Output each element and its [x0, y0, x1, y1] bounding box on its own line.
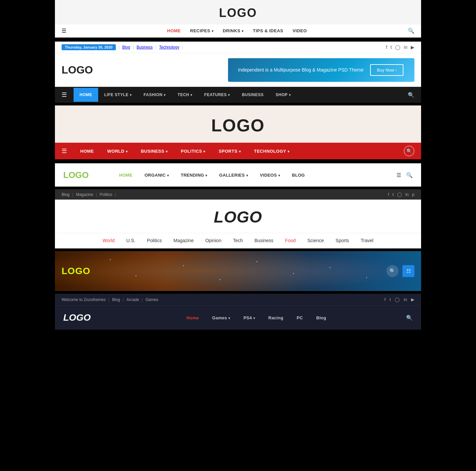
- star-decoration: [256, 261, 257, 262]
- section1-logo: LOGO: [55, 0, 421, 24]
- instagram-icon-s7[interactable]: ◯: [395, 297, 400, 302]
- s3-nav-politics[interactable]: POLITICS ▾: [174, 144, 212, 158]
- star-decoration: [366, 277, 367, 278]
- section7-topbar: Welcome to Zozothemes | Blog | Arcade | …: [55, 294, 421, 306]
- s2-nav-home[interactable]: HOME: [74, 88, 98, 102]
- breadcrumb-business[interactable]: Business: [136, 45, 153, 50]
- linkedin-icon[interactable]: in: [404, 45, 407, 50]
- s4-nav-galleries[interactable]: GALLERIES ▾: [213, 170, 254, 180]
- section4-nav: HOME ORGANIC ▾ TRENDING ▾ GALLERIES ▾ VI…: [113, 170, 311, 180]
- s4-nav-blog[interactable]: BLOG: [286, 170, 311, 180]
- section4-logo: LOGO: [63, 170, 103, 180]
- section7-logo: LOGO: [63, 312, 107, 323]
- pinterest-icon-s5[interactable]: p: [412, 192, 414, 197]
- s3-nav-technology[interactable]: TECHNOLOGY ▾: [247, 144, 296, 158]
- section3-header: LOGO ☰ HOME WORLD ▾ BUSINESS ▾ POLITICS …: [55, 105, 421, 159]
- section2-nav-links: HOME LIFE STYLE ▾ FASHION ▾ TECH ▾ FEATU…: [74, 88, 297, 102]
- breadcrumb-blog[interactable]: Blog: [122, 45, 130, 50]
- section2-breadcrumb: Thursday, January 30, 2020 | Blog | Busi…: [62, 44, 183, 50]
- twitter-icon[interactable]: t: [390, 45, 392, 50]
- section5-breadcrumb: Blog | Magazine | Politics |: [62, 192, 116, 197]
- youtube-icon-s7[interactable]: ▶: [411, 297, 414, 302]
- search-button-s6[interactable]: 🔍: [386, 265, 398, 277]
- star-decoration: [110, 259, 111, 260]
- nav-tips-ideas[interactable]: TIPS & IDEAS: [253, 28, 283, 33]
- s5-nav-us[interactable]: U.S.: [126, 238, 135, 243]
- twitter-icon-s7[interactable]: t: [389, 297, 391, 302]
- nav-home[interactable]: HOME: [167, 28, 181, 33]
- s5-nav-travel[interactable]: Travel: [361, 238, 373, 243]
- s3-nav-world[interactable]: WORLD ▾: [101, 144, 134, 158]
- hamburger-icon-s4[interactable]: ☰: [396, 172, 401, 178]
- s2-nav-tech[interactable]: TECH ▾: [172, 88, 198, 102]
- bc-arcade[interactable]: Arcade: [126, 297, 139, 302]
- s2-nav-shop[interactable]: SHOP ▾: [270, 88, 297, 102]
- buy-now-button[interactable]: Buy Now ›: [370, 64, 403, 76]
- search-icon-s3[interactable]: 🔍: [404, 146, 414, 156]
- s3-nav-sports[interactable]: SPORTS ▾: [212, 144, 247, 158]
- bc-games[interactable]: Games: [145, 297, 158, 302]
- s5-nav-sports[interactable]: Sports: [336, 238, 349, 243]
- s7-nav-ps4[interactable]: PS4 ▾: [237, 313, 262, 323]
- section4-header: LOGO HOME ORGANIC ▾ TRENDING ▾ GALLERIES…: [55, 162, 421, 187]
- s7-nav-home[interactable]: Home: [180, 313, 205, 323]
- section2-main: LOGO Independent is a Multipurpose Blog …: [55, 53, 421, 87]
- instagram-icon-s5[interactable]: ◯: [397, 192, 402, 197]
- facebook-icon-s7[interactable]: f: [384, 297, 386, 302]
- twitter-icon-s5[interactable]: t: [392, 192, 394, 197]
- s4-nav-organic[interactable]: ORGANIC ▾: [138, 170, 175, 180]
- s5-nav-science[interactable]: Science: [307, 238, 324, 243]
- s4-nav-videos[interactable]: VIDEOS ▾: [254, 170, 286, 180]
- linkedin-icon-s5[interactable]: in: [405, 192, 409, 197]
- breadcrumb-technology[interactable]: Technology: [159, 45, 179, 50]
- s3-nav-business[interactable]: BUSINESS ▾: [134, 144, 174, 158]
- bc-blog[interactable]: Blog: [62, 192, 70, 197]
- search-icon-s4[interactable]: 🔍: [406, 172, 413, 178]
- s7-nav-blog[interactable]: Blog: [310, 313, 333, 323]
- s5-nav-world[interactable]: World: [103, 238, 115, 243]
- bc-blog[interactable]: Blog: [112, 297, 120, 302]
- hamburger-icon-s2[interactable]: ☰: [62, 91, 67, 98]
- bc-magazine[interactable]: Magazine: [76, 192, 93, 197]
- bc-politics[interactable]: Politics: [100, 192, 112, 197]
- s5-nav-politics[interactable]: Politics: [147, 238, 162, 243]
- s5-nav-tech[interactable]: Tech: [233, 238, 243, 243]
- facebook-icon-s5[interactable]: f: [388, 192, 389, 197]
- s7-nav-games[interactable]: Games ▾: [205, 313, 237, 323]
- s7-nav-racing[interactable]: Racing: [262, 313, 290, 323]
- hamburger-icon[interactable]: ☰: [62, 28, 66, 34]
- search-icon-s2[interactable]: 🔍: [408, 92, 414, 98]
- search-icon-s7[interactable]: 🔍: [406, 315, 413, 321]
- s5-nav-opinion[interactable]: Opinion: [205, 238, 221, 243]
- section2-header: Thursday, January 30, 2020 | Blog | Busi…: [55, 40, 421, 103]
- s5-nav-magazine[interactable]: Magazine: [173, 238, 194, 243]
- s2-nav-features[interactable]: FEATURES ▾: [198, 88, 236, 102]
- grid-button-s6[interactable]: ☷: [402, 265, 414, 277]
- section6-hero: LOGO 🔍 ☷: [55, 251, 421, 291]
- nav-drinks[interactable]: DRINKS ▾: [223, 28, 243, 33]
- s2-nav-lifestyle[interactable]: LIFE STYLE ▾: [98, 88, 137, 102]
- instagram-icon[interactable]: ◯: [395, 45, 400, 50]
- s4-nav-trending[interactable]: TRENDING ▾: [175, 170, 213, 180]
- nav-video[interactable]: VIDEO: [293, 28, 307, 33]
- youtube-icon[interactable]: ▶: [411, 45, 414, 50]
- nav-recipes[interactable]: RECIPES ▾: [190, 28, 213, 33]
- s2-nav-business[interactable]: BUSINESS: [236, 88, 270, 102]
- search-icon[interactable]: 🔍: [408, 28, 414, 34]
- section4-inner: LOGO HOME ORGANIC ▾ TRENDING ▾ GALLERIES…: [55, 163, 421, 187]
- star-decoration: [220, 279, 221, 280]
- banner-text: Independent is a Multipurpose Blog & Mag…: [238, 67, 363, 74]
- s3-nav-home[interactable]: HOME: [74, 144, 101, 158]
- section1-header: LOGO ☰ HOME RECIPES ▾ DRINKS ▾ TIPS & ID…: [55, 0, 421, 38]
- s2-nav-fashion[interactable]: FASHION ▾: [137, 88, 171, 102]
- hamburger-icon-s3[interactable]: ☰: [62, 147, 67, 155]
- facebook-icon[interactable]: f: [386, 45, 387, 50]
- section1-nav-links: HOME RECIPES ▾ DRINKS ▾ TIPS & IDEAS VID…: [167, 28, 307, 33]
- linkedin-icon-s7[interactable]: in: [404, 297, 407, 302]
- bc-welcome[interactable]: Welcome to Zozothemes: [62, 297, 106, 302]
- s5-nav-food[interactable]: Food: [285, 238, 296, 243]
- s5-nav-business[interactable]: Business: [255, 238, 274, 243]
- s4-nav-home[interactable]: HOME: [113, 170, 138, 180]
- section6-icons: 🔍 ☷: [386, 265, 414, 277]
- s7-nav-pc[interactable]: PC: [290, 313, 310, 323]
